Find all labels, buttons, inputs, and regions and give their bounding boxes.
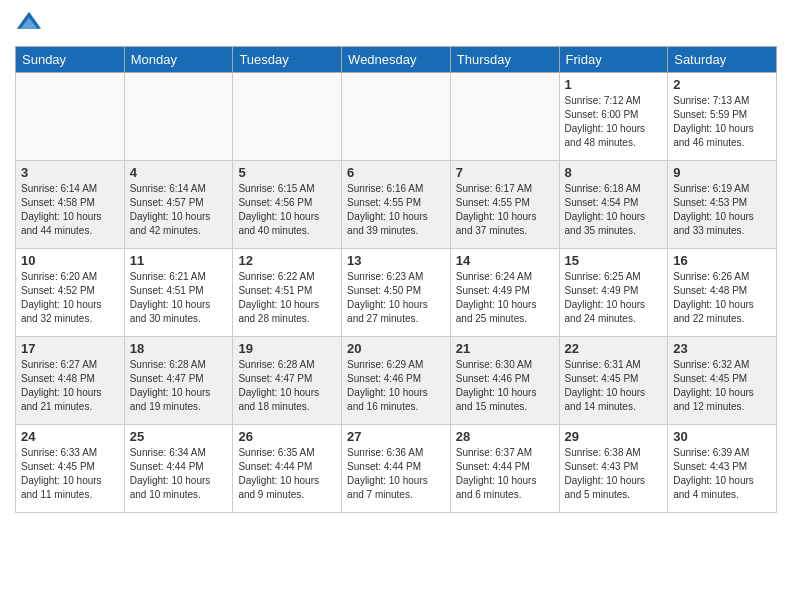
day-info: Sunrise: 6:26 AM Sunset: 4:48 PM Dayligh… bbox=[673, 270, 771, 326]
calendar-cell: 22Sunrise: 6:31 AM Sunset: 4:45 PM Dayli… bbox=[559, 337, 668, 425]
day-info: Sunrise: 6:28 AM Sunset: 4:47 PM Dayligh… bbox=[130, 358, 228, 414]
day-info: Sunrise: 6:39 AM Sunset: 4:43 PM Dayligh… bbox=[673, 446, 771, 502]
calendar-cell: 5Sunrise: 6:15 AM Sunset: 4:56 PM Daylig… bbox=[233, 161, 342, 249]
day-number: 20 bbox=[347, 341, 445, 356]
calendar-cell: 10Sunrise: 6:20 AM Sunset: 4:52 PM Dayli… bbox=[16, 249, 125, 337]
weekday-header: Wednesday bbox=[342, 47, 451, 73]
day-info: Sunrise: 6:32 AM Sunset: 4:45 PM Dayligh… bbox=[673, 358, 771, 414]
calendar-cell: 23Sunrise: 6:32 AM Sunset: 4:45 PM Dayli… bbox=[668, 337, 777, 425]
calendar-cell: 12Sunrise: 6:22 AM Sunset: 4:51 PM Dayli… bbox=[233, 249, 342, 337]
calendar-cell: 19Sunrise: 6:28 AM Sunset: 4:47 PM Dayli… bbox=[233, 337, 342, 425]
day-number: 4 bbox=[130, 165, 228, 180]
weekday-header: Monday bbox=[124, 47, 233, 73]
logo-icon bbox=[15, 10, 43, 38]
calendar-cell: 7Sunrise: 6:17 AM Sunset: 4:55 PM Daylig… bbox=[450, 161, 559, 249]
day-number: 7 bbox=[456, 165, 554, 180]
day-number: 26 bbox=[238, 429, 336, 444]
day-info: Sunrise: 6:33 AM Sunset: 4:45 PM Dayligh… bbox=[21, 446, 119, 502]
day-info: Sunrise: 6:27 AM Sunset: 4:48 PM Dayligh… bbox=[21, 358, 119, 414]
day-number: 14 bbox=[456, 253, 554, 268]
day-number: 23 bbox=[673, 341, 771, 356]
day-number: 15 bbox=[565, 253, 663, 268]
calendar-cell: 28Sunrise: 6:37 AM Sunset: 4:44 PM Dayli… bbox=[450, 425, 559, 513]
day-info: Sunrise: 7:12 AM Sunset: 6:00 PM Dayligh… bbox=[565, 94, 663, 150]
page-header bbox=[15, 10, 777, 38]
day-number: 29 bbox=[565, 429, 663, 444]
calendar-cell: 20Sunrise: 6:29 AM Sunset: 4:46 PM Dayli… bbox=[342, 337, 451, 425]
calendar-cell: 16Sunrise: 6:26 AM Sunset: 4:48 PM Dayli… bbox=[668, 249, 777, 337]
day-info: Sunrise: 6:20 AM Sunset: 4:52 PM Dayligh… bbox=[21, 270, 119, 326]
day-number: 28 bbox=[456, 429, 554, 444]
calendar-cell bbox=[450, 73, 559, 161]
day-info: Sunrise: 6:31 AM Sunset: 4:45 PM Dayligh… bbox=[565, 358, 663, 414]
page-container: SundayMondayTuesdayWednesdayThursdayFrid… bbox=[0, 0, 792, 518]
day-info: Sunrise: 6:16 AM Sunset: 4:55 PM Dayligh… bbox=[347, 182, 445, 238]
day-info: Sunrise: 6:14 AM Sunset: 4:58 PM Dayligh… bbox=[21, 182, 119, 238]
day-info: Sunrise: 6:14 AM Sunset: 4:57 PM Dayligh… bbox=[130, 182, 228, 238]
day-number: 3 bbox=[21, 165, 119, 180]
calendar-week-row: 10Sunrise: 6:20 AM Sunset: 4:52 PM Dayli… bbox=[16, 249, 777, 337]
calendar-cell: 11Sunrise: 6:21 AM Sunset: 4:51 PM Dayli… bbox=[124, 249, 233, 337]
day-number: 2 bbox=[673, 77, 771, 92]
day-number: 1 bbox=[565, 77, 663, 92]
calendar-cell bbox=[342, 73, 451, 161]
day-number: 6 bbox=[347, 165, 445, 180]
calendar-cell: 1Sunrise: 7:12 AM Sunset: 6:00 PM Daylig… bbox=[559, 73, 668, 161]
calendar-cell bbox=[233, 73, 342, 161]
calendar-cell: 24Sunrise: 6:33 AM Sunset: 4:45 PM Dayli… bbox=[16, 425, 125, 513]
day-number: 13 bbox=[347, 253, 445, 268]
calendar-cell: 18Sunrise: 6:28 AM Sunset: 4:47 PM Dayli… bbox=[124, 337, 233, 425]
calendar-cell: 27Sunrise: 6:36 AM Sunset: 4:44 PM Dayli… bbox=[342, 425, 451, 513]
day-number: 17 bbox=[21, 341, 119, 356]
day-number: 22 bbox=[565, 341, 663, 356]
day-info: Sunrise: 6:38 AM Sunset: 4:43 PM Dayligh… bbox=[565, 446, 663, 502]
weekday-header: Thursday bbox=[450, 47, 559, 73]
day-info: Sunrise: 6:35 AM Sunset: 4:44 PM Dayligh… bbox=[238, 446, 336, 502]
calendar-cell: 26Sunrise: 6:35 AM Sunset: 4:44 PM Dayli… bbox=[233, 425, 342, 513]
weekday-header: Saturday bbox=[668, 47, 777, 73]
day-info: Sunrise: 6:21 AM Sunset: 4:51 PM Dayligh… bbox=[130, 270, 228, 326]
day-number: 10 bbox=[21, 253, 119, 268]
day-info: Sunrise: 6:37 AM Sunset: 4:44 PM Dayligh… bbox=[456, 446, 554, 502]
calendar-cell: 9Sunrise: 6:19 AM Sunset: 4:53 PM Daylig… bbox=[668, 161, 777, 249]
day-number: 24 bbox=[21, 429, 119, 444]
calendar-week-row: 17Sunrise: 6:27 AM Sunset: 4:48 PM Dayli… bbox=[16, 337, 777, 425]
logo bbox=[15, 10, 47, 38]
day-number: 30 bbox=[673, 429, 771, 444]
calendar-cell: 30Sunrise: 6:39 AM Sunset: 4:43 PM Dayli… bbox=[668, 425, 777, 513]
day-number: 16 bbox=[673, 253, 771, 268]
day-info: Sunrise: 6:19 AM Sunset: 4:53 PM Dayligh… bbox=[673, 182, 771, 238]
day-info: Sunrise: 6:18 AM Sunset: 4:54 PM Dayligh… bbox=[565, 182, 663, 238]
day-number: 25 bbox=[130, 429, 228, 444]
calendar-cell: 2Sunrise: 7:13 AM Sunset: 5:59 PM Daylig… bbox=[668, 73, 777, 161]
day-info: Sunrise: 6:22 AM Sunset: 4:51 PM Dayligh… bbox=[238, 270, 336, 326]
day-info: Sunrise: 6:36 AM Sunset: 4:44 PM Dayligh… bbox=[347, 446, 445, 502]
weekday-header: Tuesday bbox=[233, 47, 342, 73]
calendar-cell: 29Sunrise: 6:38 AM Sunset: 4:43 PM Dayli… bbox=[559, 425, 668, 513]
calendar-cell bbox=[124, 73, 233, 161]
day-number: 19 bbox=[238, 341, 336, 356]
calendar-week-row: 1Sunrise: 7:12 AM Sunset: 6:00 PM Daylig… bbox=[16, 73, 777, 161]
calendar-cell: 3Sunrise: 6:14 AM Sunset: 4:58 PM Daylig… bbox=[16, 161, 125, 249]
day-info: Sunrise: 6:15 AM Sunset: 4:56 PM Dayligh… bbox=[238, 182, 336, 238]
calendar-cell: 4Sunrise: 6:14 AM Sunset: 4:57 PM Daylig… bbox=[124, 161, 233, 249]
day-number: 12 bbox=[238, 253, 336, 268]
day-info: Sunrise: 6:29 AM Sunset: 4:46 PM Dayligh… bbox=[347, 358, 445, 414]
day-info: Sunrise: 7:13 AM Sunset: 5:59 PM Dayligh… bbox=[673, 94, 771, 150]
weekday-header: Sunday bbox=[16, 47, 125, 73]
calendar-week-row: 24Sunrise: 6:33 AM Sunset: 4:45 PM Dayli… bbox=[16, 425, 777, 513]
calendar-cell bbox=[16, 73, 125, 161]
weekday-header: Friday bbox=[559, 47, 668, 73]
day-number: 5 bbox=[238, 165, 336, 180]
calendar-cell: 25Sunrise: 6:34 AM Sunset: 4:44 PM Dayli… bbox=[124, 425, 233, 513]
day-info: Sunrise: 6:23 AM Sunset: 4:50 PM Dayligh… bbox=[347, 270, 445, 326]
day-number: 11 bbox=[130, 253, 228, 268]
day-info: Sunrise: 6:34 AM Sunset: 4:44 PM Dayligh… bbox=[130, 446, 228, 502]
day-info: Sunrise: 6:30 AM Sunset: 4:46 PM Dayligh… bbox=[456, 358, 554, 414]
day-info: Sunrise: 6:28 AM Sunset: 4:47 PM Dayligh… bbox=[238, 358, 336, 414]
day-info: Sunrise: 6:17 AM Sunset: 4:55 PM Dayligh… bbox=[456, 182, 554, 238]
calendar-cell: 17Sunrise: 6:27 AM Sunset: 4:48 PM Dayli… bbox=[16, 337, 125, 425]
day-info: Sunrise: 6:25 AM Sunset: 4:49 PM Dayligh… bbox=[565, 270, 663, 326]
day-info: Sunrise: 6:24 AM Sunset: 4:49 PM Dayligh… bbox=[456, 270, 554, 326]
day-number: 8 bbox=[565, 165, 663, 180]
